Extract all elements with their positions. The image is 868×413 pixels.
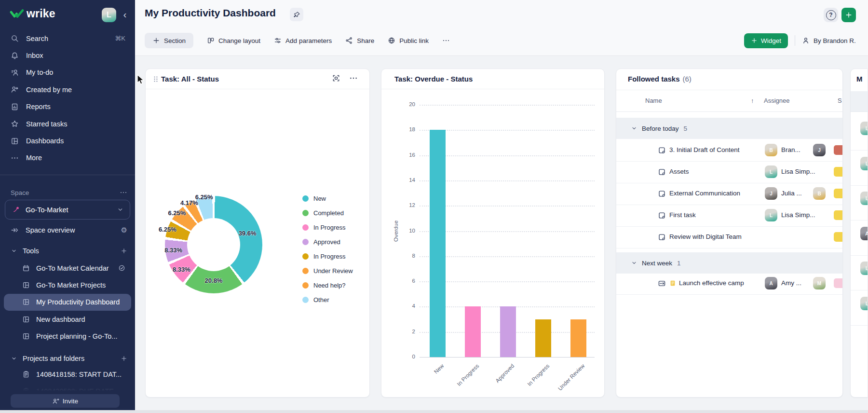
toolbar-button-share[interactable]: Share [345,37,374,44]
projects-section-header[interactable]: Projects and folders [11,351,127,366]
toolbar-button-change-layout[interactable]: Change layout [207,37,260,44]
invite-button[interactable]: Invite [11,394,120,408]
sidebar-item-starred-tasks[interactable]: Starred tasks [0,115,135,132]
task-row[interactable]: Launch effective campAAmy ...M [616,273,842,295]
focus-mode-icon [332,74,340,83]
date-chip [834,189,843,198]
y-tick-label: 4 [400,303,415,309]
widget-menu-icon[interactable] [349,74,358,84]
sidebar-item-inbox[interactable]: Inbox [0,47,135,64]
bar-approved [500,306,516,357]
sidebar-tool-go-to-market-projects[interactable]: Go-To Market Projects [0,276,135,293]
star-icon [11,120,19,128]
y-tick-label: 16 [400,152,415,158]
assignee-name: Amy ... [781,279,801,287]
sidebar-item-space-overview[interactable]: Space overview ⚙ [11,222,127,238]
space-badge-icon [12,206,20,214]
partial-avatar: L [860,157,868,170]
sidebar: wrike L ‹ Search⌘KInboxMy to-doCreated b… [0,0,135,410]
sidebar-item-search[interactable]: Search⌘K [0,30,135,47]
help-button[interactable]: ? [824,8,838,22]
profile-avatar[interactable]: L [102,8,116,22]
gear-icon[interactable]: ⚙ [121,226,127,234]
owner-filter[interactable]: By Brandon R. [802,37,856,44]
task-row[interactable]: External CommunicationJJulia ...B [616,183,842,205]
plus-icon [751,37,758,44]
sidebar-fade [0,376,135,392]
legend-label: Other [313,296,329,303]
calendar-icon [22,264,30,272]
chevron-down-icon [11,355,17,362]
wrike-logo[interactable]: wrike [10,7,55,20]
sidebar-tool-new-dashboard[interactable]: New dashboard [0,311,135,328]
slice-label: 8.33% [164,247,182,254]
space-menu-button[interactable] [120,189,127,196]
sidebar-item-dashboards[interactable]: Dashboards [0,132,135,149]
partial-row: L [851,185,868,220]
legend-swatch [302,239,309,245]
task-icon [658,190,666,198]
focus-mode-icon[interactable] [332,74,340,84]
y-tick-label: 12 [400,202,415,208]
sidebar-item-my-to-do[interactable]: My to-do [0,64,135,81]
dashboard-toolbar: SectionChange layoutAdd parametersShareP… [145,33,450,48]
space-name: Go-To-Market [26,206,68,214]
widget-header: Task: Overdue - Status [381,69,604,89]
chevron-down-icon [631,125,637,132]
toolbar-more-button[interactable] [442,37,450,44]
pin-button[interactable] [290,8,303,21]
sort-ascending-icon[interactable]: ↑ [751,97,754,104]
y-gridline [420,130,595,131]
column-header-assignee[interactable]: Assignee [764,97,789,104]
tools-section-header[interactable]: Tools [11,243,127,259]
add-widget-button[interactable]: Widget [744,33,788,48]
y-gridline [420,281,595,282]
task-row[interactable]: AssetsLLisa Simp... [616,161,842,183]
sidebar-item-label: Starred tasks [26,120,67,128]
plus-icon [845,11,853,19]
tools-section-label: Tools [23,247,39,255]
column-header-start-date[interactable]: S [838,97,842,104]
assignee-avatar: L [765,209,777,221]
tool-item-label: My Productivity Dashboard [36,298,120,306]
toolbar-button-public-link[interactable]: Public link [388,37,429,44]
column-header-name[interactable]: Name [645,97,662,104]
sidebar-tool-project-planning-go-to-[interactable]: Project planning - Go-To... [0,328,135,345]
sidebar-tool-go-to-market-calendar[interactable]: Go-To Market Calendar [0,260,135,276]
person-icon [802,37,810,44]
shared-avatar: J [813,144,826,156]
global-add-button[interactable] [841,8,856,22]
task-icon [658,146,666,154]
bar-under-review [570,319,586,357]
drag-handle-icon[interactable] [152,75,160,85]
legend-label: Need help? [313,282,346,289]
toolbar-button-add-parameters[interactable]: Add parameters [274,37,332,44]
shortcut-hint: ⌘K [115,35,125,42]
widget-title-divider [616,69,842,90]
add-tool-button[interactable] [121,248,127,254]
task-row[interactable]: First taskLLisa Simp... [616,205,842,227]
group-row-next-week[interactable]: Next week1 [616,252,842,274]
y-gridline [420,180,595,181]
sidebar-item-created-by-me[interactable]: Created by me [0,81,135,98]
task-row[interactable]: 3. Initial Draft of ContentBBran...J [616,139,842,162]
task-title: First task [669,211,696,219]
sidebar-tool-my-productivity-dashboard[interactable]: My Productivity Dashboard [4,294,131,311]
sidebar-item-more[interactable]: More [0,150,135,166]
add-project-button[interactable] [121,355,127,362]
group-row-before-today[interactable]: Before today5 [616,118,842,139]
sidebar-item-reports[interactable]: Reports [0,98,135,115]
partial-row: L [851,290,868,326]
sidebar-collapse-button[interactable]: ‹ [119,7,131,22]
brand-name: wrike [27,7,55,20]
invite-person-icon [52,398,59,405]
board-icon [22,316,30,323]
widget-followed-tasks: Followed tasks(6) Name ↑ Assignee S Befo… [616,69,843,398]
legend-swatch [302,195,309,202]
page-title: My Productivity Dashboard [145,7,276,19]
legend-item: New [302,191,353,206]
toolbar-button-section[interactable]: Section [145,33,193,48]
board-icon [22,298,30,306]
task-row[interactable]: Review with Digital Team [616,226,842,248]
space-selector[interactable]: Go-To-Market [5,200,130,220]
